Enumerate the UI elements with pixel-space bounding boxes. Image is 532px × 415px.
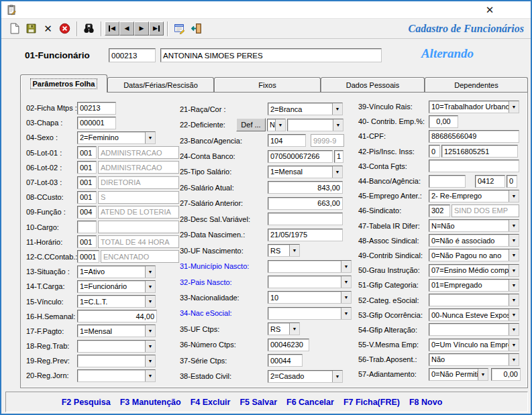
field-36-edit[interactable]: 00046230	[268, 339, 309, 351]
employee-name-field[interactable]: ANTONINA SIMOES PERES	[160, 48, 382, 62]
field-12-edit[interactable]: 0001	[77, 250, 99, 263]
chevron-down-icon[interactable]: ▼	[145, 296, 155, 307]
field-39-combo[interactable]: 10=Trabalhador Urbano▼	[429, 101, 519, 113]
field-15-combo[interactable]: 1=C.L.T.▼	[77, 295, 156, 308]
chevron-down-icon[interactable]: ▼	[509, 265, 519, 276]
field-07-edit[interactable]: 001	[77, 176, 97, 189]
field-03-edit[interactable]: 000001	[77, 117, 116, 129]
field-08-edit-2[interactable]: S	[98, 191, 179, 204]
field-24-edit[interactable]: 070500067266	[268, 150, 333, 163]
field-19-combo[interactable]: ▼	[77, 355, 156, 367]
field-22-combo-3[interactable]: ▼	[287, 119, 343, 131]
tab-parametros-folha[interactable]: Parâmetros Folha	[20, 74, 107, 93]
field-16-edit[interactable]: 44,00	[77, 310, 157, 322]
chevron-down-icon[interactable]: ▼	[145, 325, 155, 337]
chevron-down-icon[interactable]: ▼	[332, 166, 342, 178]
chevron-down-icon[interactable]: ▼	[478, 369, 488, 380]
field-23-edit-2[interactable]: 9999-9	[311, 134, 344, 147]
f5-salvar-button[interactable]: F5 Salvar	[240, 398, 277, 407]
tab-dados-pessoais[interactable]: Dados Pessoais	[321, 77, 425, 93]
field-02-edit[interactable]: 00213	[77, 102, 116, 115]
chevron-down-icon[interactable]: ▼	[275, 119, 285, 131]
chevron-down-icon[interactable]: ▼	[509, 354, 519, 365]
field-11-edit[interactable]: 001	[77, 235, 97, 248]
chevron-down-icon[interactable]: ▼	[341, 276, 351, 288]
chevron-down-icon[interactable]: ▼	[509, 190, 519, 202]
field-54-combo[interactable]: ▼	[429, 323, 519, 336]
chevron-down-icon[interactable]: ▼	[145, 341, 155, 352]
chevron-down-icon[interactable]: ▼	[509, 324, 519, 335]
field-49-combo[interactable]: 0=Não Pagou no ano▼	[429, 249, 519, 261]
chevron-down-icon[interactable]: ▼	[509, 339, 519, 351]
search-icon[interactable]	[81, 21, 97, 37]
field-09-edit-2[interactable]: ATEND DE LOTERIA	[98, 206, 179, 219]
chevron-down-icon[interactable]: ▼	[145, 370, 155, 381]
field-30-combo[interactable]: RS▼	[268, 244, 300, 257]
field-28-edit[interactable]	[268, 213, 343, 225]
chevron-down-icon[interactable]: ▼	[341, 292, 351, 303]
field-06-edit-2[interactable]: ADMINISTRACAO	[98, 161, 179, 174]
field-55-combo[interactable]: 0=Um Vínculo na Empre▼	[429, 339, 519, 351]
chevron-down-icon[interactable]: ▼	[333, 119, 343, 131]
field-08-edit[interactable]: 001	[77, 191, 97, 204]
delete-icon[interactable]: ✕	[40, 21, 56, 37]
field-53-combo[interactable]: 00-Nunca Esteve Expost▼	[429, 308, 519, 321]
chevron-down-icon[interactable]: ▼	[145, 355, 155, 367]
close-icon[interactable]: ✕	[480, 3, 500, 17]
field-10-edit[interactable]	[77, 221, 97, 233]
field-31-combo[interactable]: ▼	[268, 260, 352, 273]
field-21-combo[interactable]: 2=Branca▼	[268, 103, 343, 115]
field-22-combo-2[interactable]: N▼	[267, 119, 286, 131]
field-41-edit[interactable]: 88686566049	[429, 130, 519, 143]
chevron-down-icon[interactable]: ▼	[145, 266, 155, 278]
chevron-down-icon[interactable]: ▼	[509, 309, 519, 320]
field-45-combo[interactable]: 2- Re-Emprego▼	[429, 190, 519, 202]
tab-dependentes[interactable]: Dependentes	[425, 77, 528, 93]
field-57-combo[interactable]: 0=Não Permiti▼	[429, 368, 488, 381]
first-record-button[interactable]: ◀	[105, 21, 119, 36]
chevron-down-icon[interactable]: ▼	[509, 235, 519, 246]
field-22-button[interactable]: Def ...	[236, 118, 266, 131]
f3-manutencao-button[interactable]: F3 Manutenção	[120, 398, 181, 407]
tab-fixos[interactable]: Fixos	[214, 77, 321, 93]
field-13-combo[interactable]: 1=Ativo▼	[77, 265, 156, 278]
field-12-edit-2[interactable]: ENCANTADO	[101, 250, 179, 263]
field-57-edit-2[interactable]: 0,00	[491, 368, 521, 381]
field-33-combo[interactable]: 10▼	[268, 291, 352, 304]
field-44-edit[interactable]	[429, 175, 466, 188]
chevron-down-icon[interactable]: ▼	[509, 294, 519, 306]
chevron-down-icon[interactable]: ▼	[341, 261, 351, 272]
field-46-edit[interactable]: 302	[429, 204, 450, 217]
field-07-edit-2[interactable]: DIRETORIA	[98, 176, 179, 189]
cancel-icon[interactable]	[56, 21, 73, 37]
field-06-edit[interactable]: 001	[77, 161, 97, 174]
field-50-combo[interactable]: 07=Ensino Médio comple▼	[429, 264, 519, 277]
field-24-edit-2[interactable]: 1	[334, 150, 343, 163]
chevron-down-icon[interactable]: ▼	[289, 245, 299, 256]
f7-ficha-fre-button[interactable]: F7 Ficha(FRE)	[343, 398, 400, 407]
save-icon[interactable]	[23, 21, 40, 37]
chevron-down-icon[interactable]: ▼	[145, 132, 155, 143]
field-47-combo[interactable]: N=Não▼	[429, 219, 519, 232]
field-40-edit[interactable]: 0,00	[429, 115, 458, 128]
field-26-edit[interactable]: 843,00	[268, 181, 343, 194]
field-51-combo[interactable]: 01=Empregado▼	[429, 279, 519, 292]
field-35-combo[interactable]: RS▼	[268, 322, 300, 335]
chevron-down-icon[interactable]: ▼	[145, 281, 155, 292]
chevron-down-icon[interactable]: ▼	[509, 249, 519, 261]
field-48-combo[interactable]: 0=Não é associado▼	[429, 234, 519, 247]
field-42-edit-2[interactable]: 12516805251	[441, 145, 518, 158]
employee-code-field[interactable]: 000213	[109, 48, 156, 62]
field-52-combo[interactable]: ▼	[429, 294, 519, 306]
field-56-combo[interactable]: Não▼	[429, 353, 519, 366]
f8-novo-button[interactable]: F8 Novo	[409, 398, 442, 407]
field-46-edit-2[interactable]: SIND DOS EMP	[451, 204, 519, 217]
field-10-edit-2[interactable]	[98, 221, 179, 233]
last-record-button[interactable]: ▶	[149, 21, 164, 36]
chevron-down-icon[interactable]: ▼	[332, 103, 342, 115]
exit-icon[interactable]	[188, 21, 205, 37]
field-23-edit[interactable]: 104	[268, 134, 306, 147]
field-20-combo[interactable]: ▼	[77, 369, 156, 382]
field-17-combo[interactable]: 1=Mensal▼	[77, 324, 156, 337]
f2-pesquisa-button[interactable]: F2 Pesquisa	[62, 398, 111, 407]
